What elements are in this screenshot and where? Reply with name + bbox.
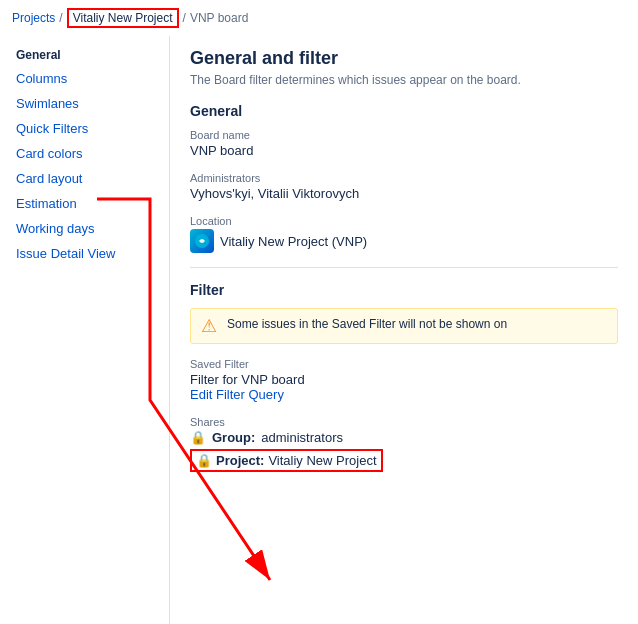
main-content: General and filter The Board filter dete… [170,36,638,624]
warning-box: ⚠ Some issues in the Saved Filter will n… [190,308,618,344]
project-icon [190,229,214,253]
sidebar-item-working-days[interactable]: Working days [0,216,169,241]
sidebar-item-swimlanes[interactable]: Swimlanes [0,91,169,116]
saved-filter-label: Saved Filter [190,358,618,370]
location-label: Location [190,215,618,227]
sidebar-item-card-colors[interactable]: Card colors [0,141,169,166]
sidebar-general-title: General [0,44,169,66]
shares-project-label: Project: [216,453,264,468]
sidebar-item-issue-detail-view[interactable]: Issue Detail View [0,241,169,266]
shares-group-row: 🔒 Group: administrators [190,430,618,445]
breadcrumb: Projects / Vitaliy New Project / VNP boa… [0,0,638,36]
sidebar-item-columns[interactable]: Columns [0,66,169,91]
shares-field: Shares 🔒 Group: administrators 🔒 Project… [190,416,618,472]
shares-label: Shares [190,416,618,428]
warning-text: Some issues in the Saved Filter will not… [227,317,507,331]
sidebar-item-estimation[interactable]: Estimation [0,191,169,216]
filter-section-title: Filter [190,282,618,298]
shares-project-value: Vitaliy New Project [268,453,376,468]
saved-filter-value: Filter for VNP board [190,372,618,387]
divider-1 [190,267,618,268]
location-value: Vitaliy New Project (VNP) [220,234,367,249]
warning-icon: ⚠ [201,317,217,335]
sidebar-item-quick-filters[interactable]: Quick Filters [0,116,169,141]
shares-group-label: Group: [212,430,255,445]
location-row: Vitaliy New Project (VNP) [190,229,618,253]
breadcrumb-board: VNP board [190,11,248,25]
administrators-field: Administrators Vyhovs'kyi, Vitalii Vikto… [190,172,618,201]
breadcrumb-sep1: / [59,11,62,25]
administrators-value: Vyhovs'kyi, Vitalii Viktorovych [190,186,618,201]
shares-group-value: administrators [261,430,343,445]
breadcrumb-current-project: Vitaliy New Project [67,8,179,28]
sidebar: General Columns Swimlanes Quick Filters … [0,36,170,624]
general-section-title: General [190,103,618,119]
shares-project-row: 🔒 Project: Vitaliy New Project [190,449,618,472]
page-title: General and filter [190,48,618,69]
breadcrumb-projects[interactable]: Projects [12,11,55,25]
board-name-label: Board name [190,129,618,141]
edit-filter-link[interactable]: Edit Filter Query [190,387,284,402]
lock-icon-project: 🔒 [196,453,212,468]
board-name-field: Board name VNP board [190,129,618,158]
sidebar-item-card-layout[interactable]: Card layout [0,166,169,191]
administrators-label: Administrators [190,172,618,184]
page-subtitle: The Board filter determines which issues… [190,73,618,87]
location-field: Location Vitaliy New Project (VNP) [190,215,618,253]
breadcrumb-sep2: / [183,11,186,25]
shares-project-highlighted: 🔒 Project: Vitaliy New Project [190,449,383,472]
lock-icon-group: 🔒 [190,430,206,445]
saved-filter-field: Saved Filter Filter for VNP board Edit F… [190,358,618,402]
board-name-value: VNP board [190,143,618,158]
